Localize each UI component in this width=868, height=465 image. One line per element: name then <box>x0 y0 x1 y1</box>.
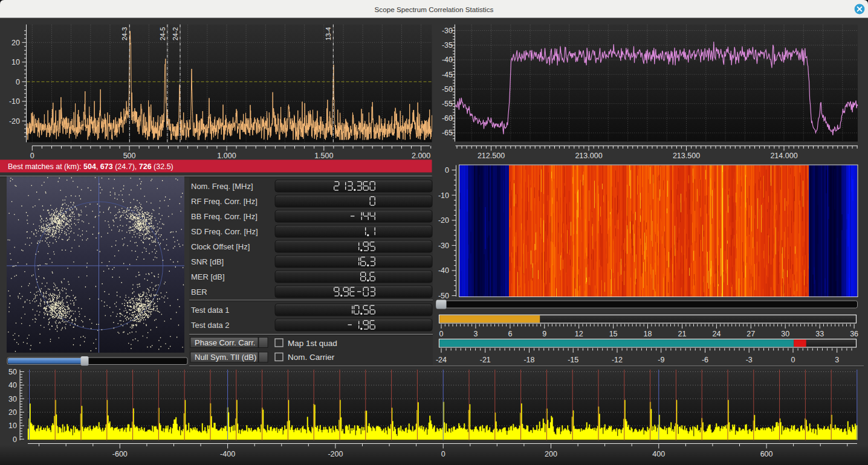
svg-text:Test data 2: Test data 2 <box>191 321 230 330</box>
svg-text:24-3: 24-3 <box>121 27 128 40</box>
svg-text:SNR [dB]: SNR [dB] <box>191 257 224 266</box>
svg-text:-200: -200 <box>328 450 343 458</box>
svg-text:-40: -40 <box>438 266 449 275</box>
svg-text:BER: BER <box>191 287 207 297</box>
svg-text:Phase Corr. Carr.: Phase Corr. Carr. <box>195 338 255 347</box>
svg-text:21: 21 <box>678 330 687 338</box>
svg-text:-55: -55 <box>442 100 453 108</box>
svg-text:Scope Spectrum Correlation Sta: Scope Spectrum Correlation Statistics <box>375 5 494 13</box>
svg-text:Clock Offset [Hz]: Clock Offset [Hz] <box>191 242 250 251</box>
svg-text:-50: -50 <box>442 85 453 94</box>
svg-text:9: 9 <box>542 330 546 338</box>
svg-text:RF Freq. Corr. [Hz]: RF Freq. Corr. [Hz] <box>191 197 257 206</box>
svg-text:Best matches at (km): 504, 673: Best matches at (km): 504, 673 (24.7), 7… <box>8 162 173 171</box>
svg-text:Map 1st quad: Map 1st quad <box>288 339 337 348</box>
svg-text:212.500: 212.500 <box>478 152 505 160</box>
svg-text:-18: -18 <box>523 356 534 364</box>
svg-text:-35: -35 <box>442 41 453 50</box>
svg-text:50: 50 <box>8 368 17 376</box>
svg-text:10: 10 <box>11 58 20 66</box>
svg-text:0: 0 <box>445 166 449 175</box>
svg-text:0: 0 <box>441 450 445 458</box>
svg-text:-10: -10 <box>438 191 449 200</box>
svg-text:0: 0 <box>13 435 17 444</box>
svg-text:-24: -24 <box>436 356 447 364</box>
svg-text:214.000: 214.000 <box>770 152 797 160</box>
svg-text:36: 36 <box>850 330 858 338</box>
svg-text:500: 500 <box>123 152 136 160</box>
svg-text:MER [dB]: MER [dB] <box>191 272 225 281</box>
svg-text:18: 18 <box>644 330 652 338</box>
svg-text:-60: -60 <box>442 114 453 123</box>
svg-text:-10: -10 <box>9 97 20 106</box>
svg-text:40: 40 <box>8 381 17 390</box>
svg-text:33: 33 <box>815 330 824 338</box>
svg-text:20: 20 <box>8 408 17 417</box>
svg-text:-15: -15 <box>568 356 578 364</box>
svg-text:0: 0 <box>16 78 20 86</box>
svg-text:24: 24 <box>712 330 721 338</box>
svg-text:0: 0 <box>30 152 34 160</box>
svg-text:-600: -600 <box>112 450 128 458</box>
svg-text:-20: -20 <box>438 216 449 225</box>
svg-text:-65: -65 <box>442 129 453 137</box>
svg-text:BB Freq. Corr. [Hz]: BB Freq. Corr. [Hz] <box>191 212 257 221</box>
svg-text:3: 3 <box>835 356 839 364</box>
svg-text:Nom. Carrier: Nom. Carrier <box>288 353 335 362</box>
svg-text:0: 0 <box>439 330 444 338</box>
svg-text:3: 3 <box>473 330 478 338</box>
svg-text:-30: -30 <box>442 27 453 35</box>
svg-text:1.000: 1.000 <box>217 152 236 160</box>
svg-text:Test data 1: Test data 1 <box>191 306 230 315</box>
svg-text:-50: -50 <box>438 292 449 300</box>
svg-text:-400: -400 <box>220 450 235 458</box>
svg-text:-21: -21 <box>480 356 491 364</box>
svg-text:-6: -6 <box>702 356 708 364</box>
svg-text:1.500: 1.500 <box>314 152 333 160</box>
svg-text:-9: -9 <box>658 356 664 364</box>
svg-text:213.000: 213.000 <box>575 152 602 160</box>
svg-text:20: 20 <box>11 39 20 47</box>
svg-text:15: 15 <box>609 330 618 338</box>
svg-text:600: 600 <box>760 450 773 458</box>
svg-text:200: 200 <box>545 450 557 458</box>
svg-text:-30: -30 <box>438 242 449 250</box>
svg-text:10: 10 <box>8 422 17 430</box>
svg-text:13-4: 13-4 <box>325 27 332 40</box>
svg-text:-12: -12 <box>612 356 623 364</box>
svg-text:SD Freq. Corr. [Hz]: SD Freq. Corr. [Hz] <box>191 227 258 236</box>
svg-text:24-2: 24-2 <box>172 27 179 40</box>
svg-text:-40: -40 <box>442 56 453 64</box>
svg-text:30: 30 <box>8 395 17 403</box>
svg-text:Nom. Freq. [MHz]: Nom. Freq. [MHz] <box>191 182 253 191</box>
svg-text:Null Sym. TII (dB): Null Sym. TII (dB) <box>195 353 256 362</box>
svg-text:12: 12 <box>575 330 583 338</box>
svg-text:30: 30 <box>781 330 789 338</box>
svg-text:0: 0 <box>791 356 795 364</box>
svg-text:213.500: 213.500 <box>673 152 700 160</box>
svg-text:-3: -3 <box>746 356 753 364</box>
svg-text:24-5: 24-5 <box>159 27 166 40</box>
svg-text:27: 27 <box>747 330 755 338</box>
svg-text:2.000: 2.000 <box>412 152 430 160</box>
svg-text:-20: -20 <box>9 117 20 126</box>
svg-text:-45: -45 <box>442 71 453 79</box>
svg-text:6: 6 <box>508 330 512 338</box>
svg-text:400: 400 <box>652 450 665 458</box>
